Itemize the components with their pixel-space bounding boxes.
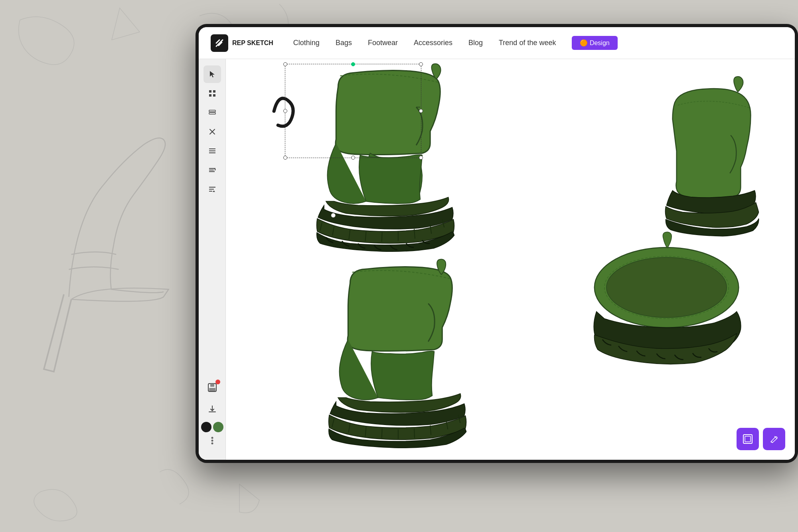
grid-icon: [208, 89, 216, 97]
nav-bags[interactable]: Bags: [336, 39, 352, 47]
svg-rect-20: [210, 384, 214, 387]
tablet-screen: REP SKETCH Clothing Bags Footwear Access…: [199, 27, 795, 460]
nav-clothing[interactable]: Clothing: [293, 39, 320, 47]
align-tool-button[interactable]: [203, 161, 221, 179]
black-color-swatch[interactable]: [201, 422, 211, 432]
select-tool-button[interactable]: [203, 65, 221, 83]
layers-tool-button[interactable]: [203, 104, 221, 121]
right-boot-top: [665, 77, 758, 236]
svg-point-25: [331, 214, 335, 218]
close-icon: [209, 129, 215, 135]
logo-icon: [211, 34, 228, 52]
right-boot-bottom: [594, 232, 741, 364]
main-area: [199, 59, 795, 460]
layers-icon: [208, 109, 216, 117]
edit-tool-button[interactable]: [763, 428, 785, 450]
svg-rect-3: [213, 94, 215, 97]
save-notification-badge: [215, 380, 220, 384]
logo-text: REP SKETCH: [232, 39, 273, 47]
green-color-swatch[interactable]: [213, 422, 223, 432]
nav-blog[interactable]: Blog: [468, 39, 483, 47]
svg-point-23: [211, 440, 213, 442]
edit-icon: [769, 434, 779, 444]
nav-footwear[interactable]: Footwear: [368, 39, 398, 47]
bottom-boot: [329, 259, 466, 448]
svg-point-24: [211, 443, 213, 445]
lines-tool-button[interactable]: [203, 142, 221, 160]
main-boot-selected: [317, 64, 454, 252]
svg-rect-4: [209, 110, 215, 112]
lines-icon: [208, 147, 216, 154]
svg-rect-1: [213, 90, 215, 93]
svg-rect-30: [745, 436, 751, 442]
download-icon: [208, 405, 217, 413]
svg-point-27: [606, 257, 727, 318]
frame-tool-button[interactable]: [737, 428, 759, 450]
sort-icon: [208, 185, 216, 193]
svg-marker-18: [213, 190, 215, 192]
canvas-svg: [226, 59, 795, 460]
svg-rect-0: [209, 90, 211, 93]
nav-design-button[interactable]: 🟠 design: [572, 36, 617, 50]
boot-strap-top-left: [274, 98, 293, 126]
save-icon: [207, 382, 217, 393]
dots-icon: [211, 436, 213, 445]
nav-trend[interactable]: Trend of the week: [499, 39, 556, 47]
grid-tool-button[interactable]: [203, 85, 221, 102]
canvas-area[interactable]: [226, 59, 795, 460]
sort-tool-button[interactable]: [203, 180, 221, 198]
more-options-button[interactable]: [211, 436, 213, 447]
logo-area: REP SKETCH: [211, 34, 273, 52]
svg-rect-2: [209, 94, 211, 97]
close-tool-button[interactable]: [203, 123, 221, 140]
nav-bar: REP SKETCH Clothing Bags Footwear Access…: [199, 27, 795, 59]
toolbar-bottom: [201, 379, 223, 453]
save-button[interactable]: [203, 379, 221, 396]
frame-icon: [743, 434, 753, 444]
tablet-device: REP SKETCH Clothing Bags Footwear Access…: [196, 24, 798, 463]
nav-accessories[interactable]: Accessories: [414, 39, 452, 47]
cursor-icon: [208, 70, 216, 78]
align-icon: [208, 166, 216, 174]
download-button[interactable]: [203, 400, 221, 418]
svg-rect-5: [209, 113, 215, 114]
svg-point-22: [211, 437, 213, 439]
logo-svg: [214, 38, 225, 49]
toolbar: [199, 59, 226, 460]
nav-links: Clothing Bags Footwear Accessories Blog …: [293, 36, 783, 50]
bottom-right-tools: [737, 428, 785, 450]
color-swatches: [201, 422, 223, 432]
svg-rect-21: [209, 388, 215, 391]
